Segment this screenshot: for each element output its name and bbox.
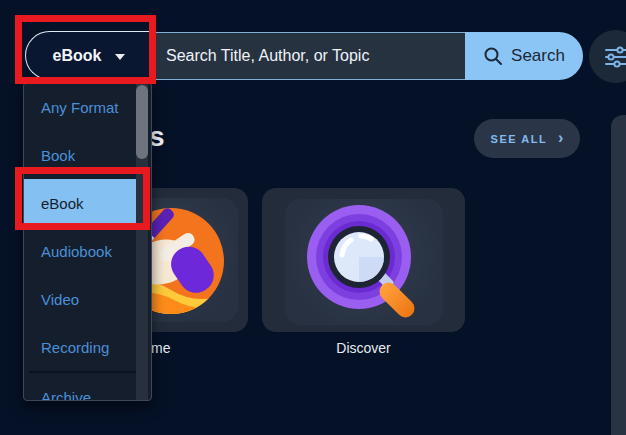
format-menu: Any Format Book eBook Audiobook Video Re… xyxy=(23,82,152,401)
see-all-label: SEE ALL xyxy=(491,133,548,145)
menu-item-recording[interactable]: Recording xyxy=(24,323,136,371)
caret-down-icon xyxy=(115,54,125,60)
search-button-label: Search xyxy=(511,46,565,66)
menu-item-video[interactable]: Video xyxy=(24,275,136,323)
purple-magnifier-icon xyxy=(305,203,421,323)
library-search-screen: s SEE ALL › xyxy=(0,0,626,435)
chevron-right-icon: › xyxy=(558,130,563,146)
menu-item-any-format[interactable]: Any Format xyxy=(24,83,136,131)
discover-card[interactable] xyxy=(262,188,465,332)
format-dropdown-button[interactable]: eBook xyxy=(25,31,152,80)
advanced-filter-button[interactable] xyxy=(589,30,626,83)
search-input[interactable] xyxy=(152,32,465,80)
menu-item-ebook[interactable]: eBook xyxy=(24,179,136,227)
search-button[interactable]: Search xyxy=(465,32,583,80)
welcome-card-label-fragment: me xyxy=(151,340,170,356)
partial-card-right[interactable] xyxy=(611,115,626,435)
sliders-icon xyxy=(603,44,626,70)
menu-item-archive[interactable]: Archive xyxy=(24,373,136,401)
discover-card-label: Discover xyxy=(262,340,465,356)
see-all-button[interactable]: SEE ALL › xyxy=(474,119,580,158)
menu-scrollbar-track xyxy=(136,83,148,400)
menu-item-book[interactable]: Book xyxy=(24,131,136,179)
magnifier-icon xyxy=(483,46,503,66)
menu-item-audiobook[interactable]: Audiobook xyxy=(24,227,136,275)
format-dropdown-value: eBook xyxy=(53,47,102,65)
menu-scrollbar-thumb[interactable] xyxy=(136,85,148,159)
format-menu-items: Any Format Book eBook Audiobook Video Re… xyxy=(24,83,136,401)
